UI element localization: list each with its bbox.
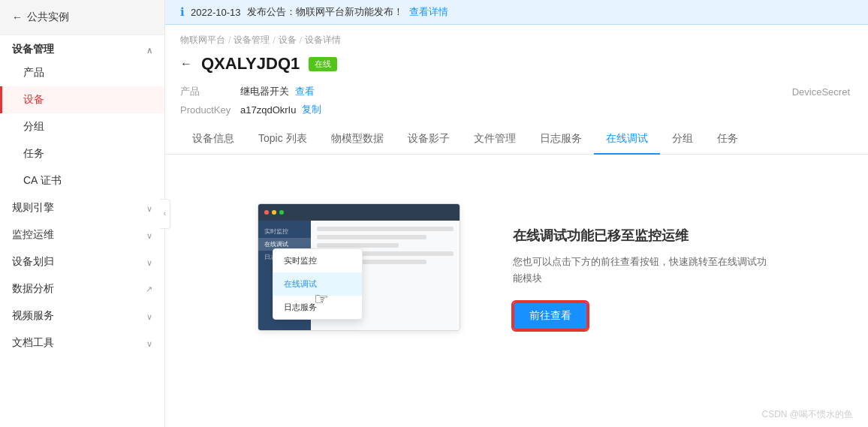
browser-dot-green (279, 210, 284, 215)
online-debug-content: 实时监控 在线调试 日志服务 (165, 155, 868, 402)
content-line-2 (317, 235, 426, 239)
tab-topic-list[interactable]: Topic 列表 (246, 125, 319, 155)
tab-thing-model[interactable]: 物模型数据 (319, 125, 396, 155)
goto-button[interactable]: 前往查看 (513, 302, 588, 330)
announcement-bar: ℹ 2022-10-13 发布公告：物联网平台新功能发布！ 查看详情 (165, 0, 868, 25)
sidebar-item-devices[interactable]: 设备 (0, 86, 164, 113)
page-header: ← QXALYJDQ1 在线 (165, 51, 868, 83)
announcement-date: 2022-10-13 (191, 7, 241, 18)
breadcrumb-item-detail: 设备详情 (305, 34, 341, 47)
breadcrumb-sep-3: / (300, 35, 302, 46)
sidebar-section-rule-engine[interactable]: 规则引擎 (0, 194, 164, 221)
tabs-bar: 设备信息 Topic 列表 物模型数据 设备影子 文件管理 日志服务 在线调试 … (165, 125, 868, 155)
main-content: ℹ 2022-10-13 发布公告：物联网平台新功能发布！ 查看详情 物联网平台… (165, 0, 868, 427)
info-panel: 在线调试功能已移至监控运维 您也可以点击下方的前往查看按钮，快速跳转至在线调试功… (513, 227, 776, 330)
tab-log-service[interactable]: 日志服务 (528, 125, 594, 155)
rule-engine-arrow-icon (146, 202, 152, 214)
meta-product-row: 产品 继电器开关 查看 DeviceSecret (165, 83, 868, 101)
sidebar-item-products[interactable]: 产品 (0, 59, 164, 86)
sidebar-collapse-button[interactable]: ‹ (160, 199, 170, 229)
browser-dot-red (264, 210, 269, 215)
breadcrumb-item-device[interactable]: 设备 (279, 34, 297, 47)
product-key-label: ProductKey (180, 104, 240, 116)
sidebar-back-label: 公共实例 (27, 11, 69, 24)
breadcrumb-sep-1: / (228, 35, 231, 46)
content-area: 物联网平台 / 设备管理 / 设备 / 设备详情 ← QXALYJDQ1 在线 … (165, 25, 868, 427)
browser-menu-realtime: 实时监控 (258, 225, 311, 238)
page-title: QXALYJDQ1 (201, 54, 300, 74)
sidebar-section-data-analysis[interactable]: 数据分析 ↗ (0, 275, 164, 302)
content-line-3 (317, 243, 399, 248)
browser-dot-yellow (272, 210, 276, 215)
product-view-link[interactable]: 查看 (295, 85, 315, 98)
chevron-left-icon: ‹ (164, 209, 166, 218)
device-secret-label: DeviceSecret (792, 86, 853, 98)
sidebar: ← 公共实例 设备管理 产品 设备 分组 任务 CA 证书 规则引擎 监控运维 … (0, 0, 165, 427)
breadcrumb-item-device-mgmt[interactable]: 设备管理 (234, 34, 270, 47)
device-allocation-arrow-icon (146, 256, 152, 268)
moved-desc: 您也可以点击下方的前往查看按钮，快速跳转至在线调试功能模块 (513, 254, 776, 287)
announcement-text: 发布公告：物联网平台新功能发布！ (247, 5, 403, 19)
status-badge: 在线 (309, 57, 337, 71)
browser-titlebar (258, 204, 460, 221)
video-service-arrow-icon (146, 310, 152, 322)
sidebar-section-device-allocation[interactable]: 设备划归 (0, 248, 164, 275)
sidebar-section-doc-tools[interactable]: 文档工具 (0, 329, 164, 356)
info-circle-icon: ℹ (180, 5, 185, 19)
back-arrow-icon: ← (12, 11, 23, 23)
popup-item-realtime[interactable]: 实时监控 (273, 249, 362, 272)
illustration-container: 实时监控 在线调试 日志服务 (258, 203, 468, 353)
tab-file-management[interactable]: 文件管理 (462, 125, 528, 155)
tab-device-info[interactable]: 设备信息 (180, 125, 246, 155)
content-line-1 (317, 227, 454, 231)
breadcrumb-item-platform[interactable]: 物联网平台 (180, 34, 225, 47)
external-link-icon: ↗ (146, 284, 152, 294)
breadcrumb-sep-2: / (273, 35, 275, 46)
watermark: CSDN @喝不惯水的鱼 (165, 402, 868, 427)
page-back-arrow-icon[interactable]: ← (180, 57, 192, 71)
product-label: 产品 (180, 85, 240, 98)
sidebar-item-ca-cert[interactable]: CA 证书 (0, 167, 164, 194)
breadcrumb: 物联网平台 / 设备管理 / 设备 / 设备详情 (165, 25, 868, 51)
sidebar-section-device-management[interactable]: 设备管理 (0, 35, 164, 59)
sidebar-section-monitoring[interactable]: 监控运维 (0, 221, 164, 248)
sidebar-item-groups[interactable]: 分组 (0, 113, 164, 140)
sidebar-back-button[interactable]: ← 公共实例 (0, 0, 164, 35)
tab-online-debug[interactable]: 在线调试 (594, 125, 660, 155)
copy-link[interactable]: 复制 (302, 103, 321, 116)
tab-groups[interactable]: 分组 (660, 125, 705, 155)
tab-tasks[interactable]: 任务 (705, 125, 750, 155)
sidebar-item-tasks[interactable]: 任务 (0, 140, 164, 167)
product-value: 继电器开关 (240, 85, 289, 98)
meta-productkey-row: ProductKey a17zqdOkrIu 复制 (165, 101, 868, 119)
sidebar-section-video-service[interactable]: 视频服务 (0, 302, 164, 329)
monitoring-arrow-icon (146, 229, 152, 241)
announcement-link[interactable]: 查看详情 (409, 5, 448, 19)
collapse-arrow-icon (146, 44, 152, 56)
tab-device-shadow[interactable]: 设备影子 (396, 125, 462, 155)
cursor-hand-icon: ☞ (314, 290, 329, 309)
product-key-value: a17zqdOkrIu (240, 104, 296, 116)
doc-tools-arrow-icon (146, 337, 152, 349)
moved-title: 在线调试功能已移至监控运维 (513, 227, 776, 245)
